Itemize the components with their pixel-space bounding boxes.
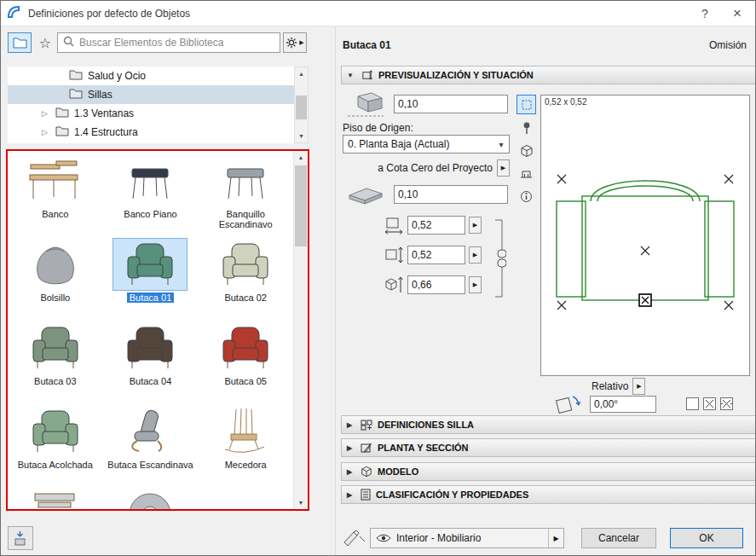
item-thumbnail [113, 238, 188, 291]
item-thumbnail [208, 405, 283, 458]
tree-scrollbar[interactable]: ▲ ▼ [294, 67, 309, 143]
floor-select[interactable]: 0. Planta Baja (Actual) ▾ [343, 135, 510, 153]
preview-3d-button[interactable] [517, 141, 536, 160]
folder-icon [55, 125, 69, 139]
elevation-cube-icon[interactable] [346, 91, 385, 121]
scroll-down-icon[interactable]: ▼ [295, 130, 308, 142]
scroll-track[interactable] [295, 80, 308, 130]
section-model-header[interactable]: ▶ MODELO [341, 462, 756, 481]
section-chair-header[interactable]: ▶ DEFINICIONES SILLA [341, 415, 756, 434]
chevron-right-icon[interactable]: ▷ [42, 109, 50, 118]
plan-section-icon [361, 443, 372, 454]
chevron-right-icon[interactable]: ▷ [42, 128, 50, 136]
section-title: DEFINICIONES SILLA [378, 420, 474, 430]
item-label: Butaca 01 [127, 292, 175, 303]
grid-item-butaca-02[interactable]: Butaca 02 [198, 238, 293, 321]
folder-icon [13, 37, 27, 49]
tree-item-sillas[interactable]: Sillas [8, 85, 294, 104]
search-box[interactable] [57, 32, 280, 53]
slab-icon[interactable] [346, 183, 385, 210]
depth-flyout-arrow[interactable]: ▶ [469, 246, 482, 264]
project-zero-button[interactable]: a Cota Cero del Proyecto ▶ [343, 159, 510, 177]
grid-item-butaca-acolchada[interactable]: Butaca Acolchada [8, 405, 103, 489]
width-dimension-icon [384, 216, 404, 237]
width-flyout-arrow[interactable]: ▶ [469, 217, 482, 234]
mirror-x-button[interactable] [703, 397, 716, 410]
grid-item-butaca-05[interactable]: Butaca 05 [198, 321, 293, 405]
grid-item-banco-piano[interactable]: Banco Piano [103, 154, 199, 238]
grid-item-butaca-01[interactable]: Butaca 01 [103, 238, 199, 321]
grid-scrollbar[interactable]: ▲ ▼ [293, 151, 308, 509]
height-input[interactable] [407, 275, 465, 294]
grid-item-partial[interactable] [103, 489, 199, 509]
grid-item-partial[interactable] [8, 489, 103, 509]
item-label: Banco Piano [124, 209, 176, 219]
item-label: Butaca 05 [224, 376, 267, 386]
item-thumbnail [18, 489, 93, 509]
folder-view-button[interactable] [8, 32, 32, 53]
chevron-down-icon: ▾ [495, 140, 507, 149]
search-input[interactable] [79, 37, 274, 49]
section-plan-header[interactable]: ▶ PLANTA Y SECCIÓN [341, 438, 756, 457]
object-settings-dialog: Definiciones por defecto de Objetos ? × … [0, 0, 756, 556]
mirror-checkbox[interactable] [686, 397, 699, 410]
object-grid: BancoBanco PianoBanquillo EscandinavoBol… [6, 149, 309, 511]
grid-item-bolsillo[interactable]: Bolsillo [8, 238, 103, 321]
scroll-down-icon[interactable]: ▼ [294, 496, 308, 509]
chain-link-icon[interactable] [493, 219, 506, 300]
item-label: Butaca 03 [34, 376, 77, 386]
pen-set-icon[interactable] [343, 530, 366, 549]
grid-item-banquillo-escandinavo[interactable]: Banquillo Escandinavo [198, 154, 293, 238]
preview-info-button[interactable] [517, 187, 536, 206]
flyout-arrow-icon[interactable]: ▶ [497, 159, 510, 177]
favorites-button[interactable]: ☆ [35, 32, 55, 53]
floor-select-value: 0. Planta Baja (Actual) [348, 138, 495, 150]
classification-list-icon [361, 489, 371, 501]
object-subtype-button[interactable] [8, 526, 33, 550]
item-label: Butaca Escandinava [107, 460, 193, 470]
tree-item-label: 1.3 Ventanas [74, 107, 134, 119]
tree-item-1-4-estructura[interactable]: ▷1.4 Estructura [8, 123, 294, 142]
cancel-button[interactable]: Cancelar [581, 528, 656, 548]
preview-2d-button[interactable] [517, 95, 536, 114]
preview-pin-button[interactable] [517, 118, 536, 137]
section-collapsed-icon: ▶ [347, 491, 355, 499]
tree-item-1-3-ventanas[interactable]: ▷1.3 Ventanas [8, 104, 294, 123]
layer-value: Interior - Mobiliario [396, 532, 543, 544]
grid-item-butaca-04[interactable]: Butaca 04 [103, 321, 199, 405]
section-classification-header[interactable]: ▶ CLASIFICACIÓN Y PROPIEDADES [341, 485, 756, 504]
elevation-input[interactable] [394, 95, 508, 113]
section-preview-header[interactable]: ▼ PREVISUALIZACIÓN Y SITUACIÓN [341, 66, 756, 84]
close-button[interactable]: × [724, 2, 750, 26]
item-thumbnail [18, 154, 93, 207]
ok-button[interactable]: OK [670, 528, 743, 548]
project-zero-input[interactable] [394, 185, 508, 204]
height-flyout-arrow[interactable]: ▶ [469, 276, 482, 293]
item-thumbnail [208, 154, 283, 207]
scroll-thumb[interactable] [296, 96, 307, 119]
settings-menu-button[interactable]: ▶ [283, 32, 307, 53]
rotation-angle-input[interactable] [590, 396, 656, 413]
preview-canvas[interactable]: 0,52 x 0,52 [540, 95, 750, 376]
tree-item-salud-y-ocio[interactable]: Salud y Ocio [8, 67, 294, 85]
item-label: Mecedora [225, 460, 267, 470]
width-input[interactable] [407, 216, 465, 235]
grid-item-butaca-escandinava[interactable]: Butaca Escandinava [103, 405, 199, 489]
item-thumbnail [113, 405, 188, 458]
layer-select-button[interactable]: Interior - Mobiliario ▶ [370, 528, 564, 548]
grid-item-butaca-03[interactable]: Butaca 03 [8, 321, 103, 405]
preview-section-button[interactable] [517, 164, 536, 183]
flyout-arrow-icon[interactable]: ▶ [632, 378, 645, 395]
grid-item-mecedora[interactable]: Mecedora [198, 405, 293, 489]
depth-input[interactable] [407, 246, 465, 264]
help-button[interactable]: ? [692, 2, 718, 26]
floor-label: Piso de Origen: [343, 122, 413, 134]
mirror-y-button[interactable] [720, 397, 733, 410]
scroll-thumb[interactable] [295, 165, 307, 246]
relative-button[interactable]: Relativo ▶ [592, 378, 645, 395]
scroll-track[interactable] [294, 164, 308, 496]
scroll-up-icon[interactable]: ▲ [295, 67, 308, 80]
scroll-up-icon[interactable]: ▲ [294, 151, 308, 164]
grid-item-banco[interactable]: Banco [8, 154, 103, 238]
object-grid-items: BancoBanco PianoBanquillo EscandinavoBol… [8, 151, 293, 509]
